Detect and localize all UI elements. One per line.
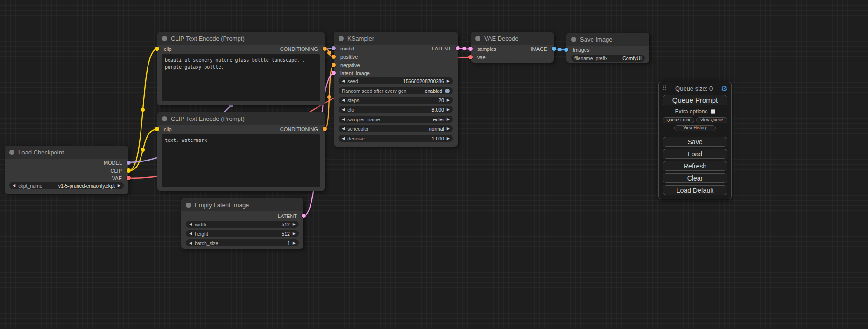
node-clip-text-encode-negative[interactable]: CLIP Text Encode (Prompt) clip CONDITION…: [157, 112, 325, 191]
widget-value: 20: [438, 98, 444, 103]
widget-label: filename_prefix: [574, 56, 607, 61]
input-label-images: images: [573, 47, 589, 53]
increment-icon[interactable]: ▶: [447, 137, 450, 140]
input-slot-model[interactable]: [332, 46, 336, 50]
decrement-icon[interactable]: ◀: [342, 108, 345, 112]
queue-front-button[interactable]: Queue Front: [663, 117, 694, 123]
output-slot-latent[interactable]: [302, 214, 306, 218]
wire-clip-to-positive-prompt: [128, 49, 157, 171]
clear-button[interactable]: Clear: [663, 173, 727, 183]
load-default-button[interactable]: Load Default: [663, 185, 727, 195]
queue-menu-panel[interactable]: ⠿ Queue size: 0 ⚙ Queue Prompt Extra opt…: [658, 82, 732, 199]
decrement-icon[interactable]: ◀: [189, 223, 192, 226]
refresh-button[interactable]: Refresh: [663, 161, 727, 171]
view-history-button[interactable]: View History: [674, 125, 716, 131]
decrement-icon[interactable]: ◀: [342, 79, 345, 83]
prompt-textarea[interactable]: text, watermark: [162, 134, 320, 187]
collapse-dot-icon[interactable]: [186, 203, 191, 208]
decrement-icon[interactable]: ◀: [189, 241, 192, 245]
extra-options-checkbox[interactable]: [711, 109, 715, 114]
node-header[interactable]: Empty Latent Image: [181, 198, 303, 211]
output-slot-image[interactable]: [552, 47, 556, 51]
widget-width[interactable]: ◀ width 512 ▶: [186, 221, 299, 228]
node-header[interactable]: CLIP Text Encode (Prompt): [157, 32, 325, 45]
input-slot-samples[interactable]: [468, 47, 473, 51]
widget-value: 156680208700286: [403, 78, 444, 84]
input-slot-negative[interactable]: [332, 63, 336, 67]
decrement-icon[interactable]: ◀: [342, 137, 345, 140]
toggle-knob[interactable]: [445, 89, 450, 93]
increment-icon[interactable]: ▶: [293, 241, 296, 245]
settings-gear-icon[interactable]: ⚙: [721, 85, 727, 92]
node-clip-text-encode-positive[interactable]: CLIP Text Encode (Prompt) clip CONDITION…: [157, 32, 325, 105]
link-midpoint-dot: [327, 95, 331, 99]
queue-prompt-button[interactable]: Queue Prompt: [663, 95, 727, 105]
input-slot-images[interactable]: [564, 48, 568, 52]
node-ksampler[interactable]: KSampler model positive negative latent_…: [334, 32, 458, 147]
collapse-dot-icon[interactable]: [9, 150, 14, 155]
node-save-image[interactable]: Save Image images filename_prefix ComfyU…: [566, 33, 649, 63]
output-label-clip: CLIP: [111, 168, 122, 174]
decrement-icon[interactable]: ◀: [342, 98, 345, 102]
view-queue-button[interactable]: View Queue: [696, 117, 728, 123]
node-graph-canvas[interactable]: Load Checkpoint MODEL CLIP VAE ◀ ckpt_na…: [0, 0, 868, 329]
widget-seed[interactable]: ◀ seed 156680208700286 ▶: [339, 77, 453, 84]
widget-height[interactable]: ◀ height 512 ▶: [186, 230, 299, 237]
increment-icon[interactable]: ▶: [293, 232, 296, 236]
output-slot-conditioning[interactable]: [323, 127, 327, 131]
collapse-dot-icon[interactable]: [475, 36, 480, 41]
node-header[interactable]: Load Checkpoint: [5, 146, 128, 159]
collapse-dot-icon[interactable]: [339, 36, 344, 41]
collapse-dot-icon[interactable]: [162, 36, 167, 41]
collapse-dot-icon[interactable]: [571, 37, 576, 42]
node-header[interactable]: KSampler: [334, 32, 458, 45]
widget-filename-prefix[interactable]: filename_prefix ComfyUI: [571, 55, 645, 62]
output-slot-vae[interactable]: [127, 176, 131, 180]
increment-icon[interactable]: ▶: [447, 79, 450, 83]
widget-scheduler[interactable]: ◀ scheduler normal ▶: [339, 125, 453, 132]
increment-icon[interactable]: ▶: [293, 223, 296, 226]
node-vae-decode[interactable]: VAE Decode samples vae IMAGE: [471, 32, 554, 63]
node-header[interactable]: VAE Decode: [471, 32, 554, 45]
widget-value: 512: [282, 222, 290, 227]
widget-cfg[interactable]: ◀ cfg 8.000 ▶: [339, 106, 453, 113]
decrement-icon[interactable]: ◀: [189, 232, 192, 236]
output-label-vae: VAE: [112, 175, 122, 182]
input-slot-positive[interactable]: [332, 55, 336, 59]
output-slot-latent[interactable]: [456, 46, 460, 50]
decrement-icon[interactable]: ◀: [13, 184, 15, 188]
widget-denoise[interactable]: ◀ denoise 1.000 ▶: [339, 135, 453, 142]
input-slot-clip[interactable]: [155, 127, 159, 131]
node-header[interactable]: Save Image: [566, 33, 649, 46]
output-slot-clip[interactable]: [127, 168, 131, 173]
collapse-dot-icon[interactable]: [162, 116, 167, 121]
increment-icon[interactable]: ▶: [447, 108, 450, 112]
input-slot-vae[interactable]: [468, 55, 473, 59]
widget-value: normal: [429, 126, 444, 132]
prompt-textarea[interactable]: beautiful scenery nature glass bottle la…: [162, 54, 320, 101]
decrement-icon[interactable]: ◀: [342, 118, 345, 121]
widget-label: height: [195, 231, 208, 237]
drag-handle-icon[interactable]: ⠿: [663, 85, 667, 91]
increment-icon[interactable]: ▶: [447, 118, 450, 121]
output-slot-conditioning[interactable]: [323, 47, 327, 51]
widget-random-seed-toggle[interactable]: Random seed after every gen enabled: [339, 87, 453, 94]
increment-icon[interactable]: ▶: [447, 98, 450, 102]
widget-value: 1.000: [432, 136, 444, 141]
input-slot-clip[interactable]: [155, 47, 159, 51]
node-header[interactable]: CLIP Text Encode (Prompt): [157, 112, 325, 125]
widget-ckpt-name[interactable]: ◀ ckpt_name v1-5-pruned-emaonly.ckpt ▶: [9, 182, 124, 189]
widget-batch-size[interactable]: ◀ batch_size 1 ▶: [186, 239, 299, 246]
save-button[interactable]: Save: [663, 137, 727, 147]
increment-icon[interactable]: ▶: [118, 184, 120, 188]
load-button[interactable]: Load: [663, 149, 727, 159]
widget-sampler-name[interactable]: ◀ sampler_name euler ▶: [339, 116, 453, 123]
node-load-checkpoint[interactable]: Load Checkpoint MODEL CLIP VAE ◀ ckpt_na…: [5, 146, 128, 194]
widget-steps[interactable]: ◀ steps 20 ▶: [339, 97, 453, 104]
increment-icon[interactable]: ▶: [447, 127, 450, 131]
decrement-icon[interactable]: ◀: [342, 127, 345, 131]
node-empty-latent-image[interactable]: Empty Latent Image LATENT ◀ width 512 ▶ …: [181, 198, 303, 249]
input-slot-latent-image[interactable]: [332, 71, 336, 75]
output-slot-model[interactable]: [127, 161, 131, 165]
node-title: VAE Decode: [484, 35, 518, 42]
